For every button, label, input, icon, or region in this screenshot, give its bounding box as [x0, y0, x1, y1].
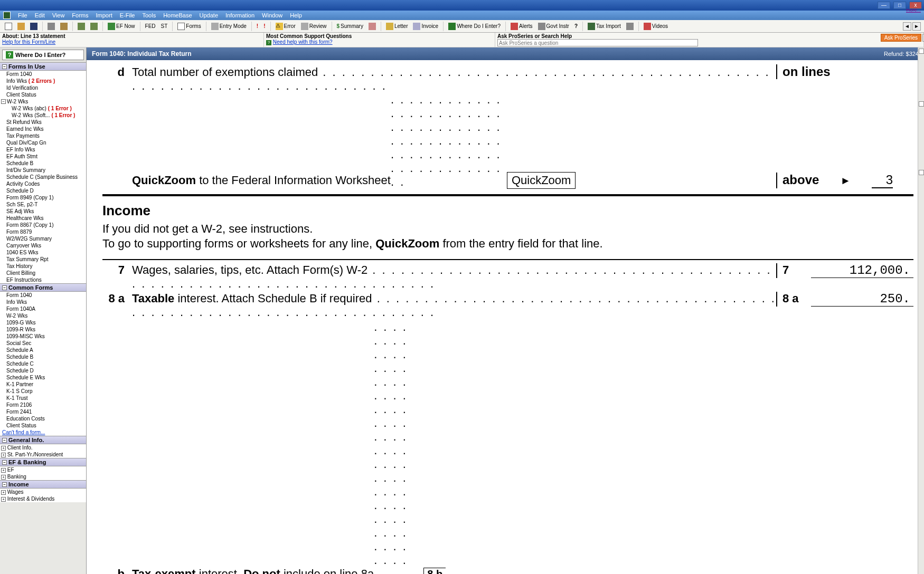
sidebar-item[interactable]: W-2 Wks [0, 312, 86, 319]
menu-tools[interactable]: Tools [142, 12, 156, 18]
videos-button[interactable]: Videos [642, 22, 670, 31]
sidebar-item[interactable]: + EF [0, 466, 86, 473]
sidebar-item[interactable]: Healthcare Wks [0, 215, 86, 222]
support-more-link[interactable]: more... [906, 7, 921, 13]
sidebar-item[interactable]: Tax Summary Rpt [0, 256, 86, 263]
error-button[interactable]: ⚠Error [274, 22, 297, 31]
fed-button[interactable]: FED [144, 23, 157, 30]
menu-window[interactable]: Window [262, 12, 282, 18]
collapse-icon[interactable]: − [2, 460, 7, 465]
sidebar-item[interactable]: Schedule B [0, 353, 86, 360]
sidebar-item[interactable]: EF Instructions [0, 276, 86, 283]
save-icon[interactable] [29, 22, 39, 31]
ef-banking-header[interactable]: −EF & Banking [0, 458, 86, 466]
collapse-icon[interactable]: − [2, 438, 7, 443]
line-8a-value[interactable]: 250. [811, 292, 913, 307]
sidebar-item[interactable]: Earned Inc Wks [0, 126, 86, 132]
line-8b-value[interactable] [446, 564, 541, 574]
where-do-i-enter-button[interactable]: Where Do I Enter? [447, 22, 502, 31]
sidebar-item[interactable]: 1099-G Wks [0, 319, 86, 326]
nav-fwd-button[interactable]: ► [912, 22, 921, 31]
sidebar-item[interactable]: Client Status [0, 422, 86, 429]
sidebar-item[interactable]: Carryover Wks [0, 242, 86, 249]
sidebar-item[interactable]: Schedule D [0, 367, 86, 374]
sidebar-item[interactable]: Info Wks [0, 299, 86, 305]
sidebar-item[interactable]: 1099-MISC Wks [0, 333, 86, 340]
flag-icon-2[interactable]: ! [262, 23, 267, 30]
forms-in-use-header[interactable]: −Forms In Use [0, 62, 86, 71]
print-icon[interactable] [46, 22, 56, 31]
sidebar-item[interactable]: SE Adj Wks [0, 208, 86, 215]
forms-button[interactable]: Forms [176, 22, 202, 31]
about-help-link[interactable]: Help for this Form/Line [2, 39, 261, 45]
sidebar-item[interactable]: Id Verification [0, 84, 86, 91]
invoice-button[interactable]: Invoice [411, 22, 440, 31]
cant-find-form-link[interactable]: Can't find a form... [0, 429, 86, 436]
efnow-button[interactable]: EF Now [106, 22, 137, 31]
sidebar-item[interactable]: EF Auth Stmt [0, 153, 86, 160]
sidebar-item[interactable]: + Interest & Dividends [0, 495, 86, 502]
help-icon[interactable]: ? [573, 23, 579, 30]
sidebar-item[interactable]: Form 1040A [0, 305, 86, 312]
nav-back-button[interactable]: ◄ [903, 22, 911, 31]
sidebar-item[interactable]: Form 8879 [0, 228, 86, 235]
collapse-icon[interactable]: − [2, 482, 7, 487]
govt-instr-button[interactable]: Govt Instr [536, 22, 571, 31]
menu-edit[interactable]: Edit [35, 12, 45, 18]
sidebar-item[interactable]: K-1 Partner [0, 381, 86, 388]
sidebar-item[interactable]: Sch SE, p2-T [0, 201, 86, 208]
support-link[interactable]: Need help with this form? [273, 39, 333, 45]
sidebar-item[interactable]: Qual Div/Cap Gn [0, 139, 86, 146]
open-icon[interactable] [16, 22, 26, 31]
sidebar-item[interactable]: Schedule E Wks [0, 374, 86, 381]
menu-homebase[interactable]: HomeBase [163, 12, 192, 18]
sidebar-item[interactable]: Form 2106 [0, 401, 86, 408]
quickzoom-button[interactable]: QuickZoom [507, 172, 576, 189]
new-icon[interactable] [3, 22, 14, 31]
gutter-button[interactable] [919, 170, 924, 175]
menu-help[interactable]: Help [290, 12, 302, 18]
sidebar-item[interactable]: Schedule D [0, 187, 86, 194]
sidebar-item[interactable]: Form 8867 (Copy 1) [0, 222, 86, 228]
sidebar-item[interactable]: K-1 S Corp [0, 388, 86, 395]
sidebar-item[interactable]: + Banking [0, 473, 86, 480]
menu-file[interactable]: File [18, 12, 27, 18]
summary-button[interactable]: $Summary [335, 23, 365, 30]
entry-mode-button[interactable]: Entry Mode [210, 22, 248, 31]
sidebar-item[interactable]: Form 8949 (Copy 1) [0, 194, 86, 201]
sidebar-item[interactable]: + Wages [0, 489, 86, 495]
sidebar-item[interactable]: EF Info Wks [0, 146, 86, 153]
minimize-button[interactable]: — [878, 2, 890, 9]
where-do-i-enter-sidebar-button[interactable]: ? Where Do I Enter? [2, 50, 84, 60]
flag-icon[interactable]: ! [255, 23, 260, 30]
sidebar-item[interactable]: Tax Payments [0, 132, 86, 139]
sidebar-item[interactable]: St Refund Wks [0, 119, 86, 126]
sidebar-item[interactable]: − W-2 Wks [0, 98, 86, 105]
gutter-button[interactable] [919, 49, 924, 54]
menu-information[interactable]: Information [225, 12, 254, 18]
collapse-icon[interactable]: − [2, 64, 7, 69]
sidebar-item[interactable]: Client Billing [0, 270, 86, 276]
ask-proseries-button[interactable]: Ask ProSeries [881, 34, 921, 42]
sidebar-item[interactable]: + Client Info. [0, 444, 86, 451]
sidebar-item[interactable]: Int/Div Summary [0, 167, 86, 174]
sidebar-item[interactable]: Activity Codes [0, 180, 86, 187]
gutter-button[interactable] [919, 101, 924, 107]
tax-import-button[interactable]: Tax Import [586, 22, 623, 31]
common-forms-header[interactable]: −Common Forms [0, 283, 86, 292]
sidebar-item[interactable]: Client Status [0, 91, 86, 98]
alerts-button[interactable]: Alerts [509, 22, 534, 31]
sidebar-item[interactable]: Schedule C [0, 360, 86, 367]
general-info-header[interactable]: −General Info. [0, 436, 86, 444]
maximize-button[interactable]: □ [893, 2, 906, 9]
sidebar-item[interactable]: + St. Part-Yr./Nonresident [0, 451, 86, 458]
sidebar-item[interactable]: W2/W2G Summary [0, 235, 86, 242]
home-icon[interactable] [76, 22, 87, 31]
line-7-value[interactable]: 112,000. [811, 263, 913, 278]
share-icon[interactable] [625, 22, 635, 31]
collapse-icon[interactable]: − [2, 285, 7, 290]
sidebar-item[interactable]: Schedule C (Sample Business [0, 174, 86, 180]
sidebar-item[interactable]: K-1 Trust [0, 395, 86, 401]
menu-view[interactable]: View [52, 12, 65, 18]
sidebar-item[interactable]: Form 2441 [0, 408, 86, 415]
